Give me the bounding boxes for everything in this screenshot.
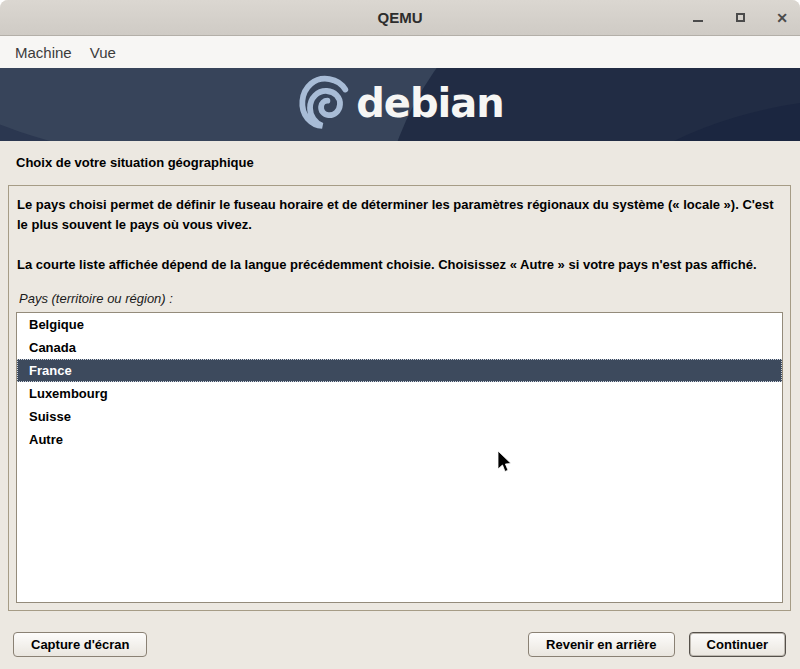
maximize-button[interactable] — [732, 10, 748, 26]
continue-button[interactable]: Continuer — [689, 632, 786, 657]
country-label: Suisse — [29, 409, 71, 424]
installer-content: Choix de votre situation géographique Le… — [0, 141, 800, 669]
window-title: QEMU — [378, 9, 423, 26]
menu-bar: Machine Vue — [0, 36, 800, 68]
menu-vue[interactable]: Vue — [81, 40, 125, 65]
country-row[interactable]: Canada — [17, 336, 782, 359]
debian-banner: debian — [0, 68, 800, 141]
country-row[interactable]: France — [17, 359, 782, 382]
close-button[interactable]: ✕ — [774, 10, 790, 26]
minimize-button[interactable] — [690, 10, 706, 26]
country-label: Canada — [29, 340, 76, 355]
button-row: Capture d'écran Revenir en arrière Conti… — [13, 632, 786, 657]
country-row[interactable]: Autre — [17, 428, 782, 451]
page-title: Choix de votre situation géographique — [16, 155, 254, 170]
back-button[interactable]: Revenir en arrière — [528, 632, 675, 657]
title-bar: QEMU ✕ — [0, 0, 800, 36]
window-controls: ✕ — [690, 0, 790, 35]
debian-logo-text: debian — [356, 83, 504, 127]
debian-swirl-icon — [296, 74, 354, 136]
country-list-label: Pays (territoire ou région) : — [19, 291, 783, 306]
screenshot-button[interactable]: Capture d'écran — [13, 632, 147, 657]
country-list[interactable]: Belgique Canada France Luxembourg Suisse… — [16, 312, 783, 603]
country-label: Belgique — [29, 317, 84, 332]
country-row[interactable]: Belgique — [17, 313, 782, 336]
country-row[interactable]: Luxembourg — [17, 382, 782, 405]
maximize-icon — [736, 13, 745, 22]
description-paragraph-1: Le pays choisi permet de définir le fuse… — [17, 195, 782, 235]
qemu-window: QEMU ✕ Machine Vue debian — [0, 0, 800, 669]
menu-machine[interactable]: Machine — [6, 40, 81, 65]
country-label: Luxembourg — [29, 386, 108, 401]
debian-logo: debian — [0, 68, 800, 141]
close-icon: ✕ — [776, 11, 788, 25]
country-label: France — [29, 363, 72, 378]
country-row[interactable]: Suisse — [17, 405, 782, 428]
description-paragraph-2: La courte liste affichée dépend de la la… — [17, 255, 782, 275]
minimize-icon — [693, 20, 703, 22]
country-label: Autre — [29, 432, 63, 447]
main-box: Le pays choisi permet de définir le fuse… — [8, 185, 791, 611]
